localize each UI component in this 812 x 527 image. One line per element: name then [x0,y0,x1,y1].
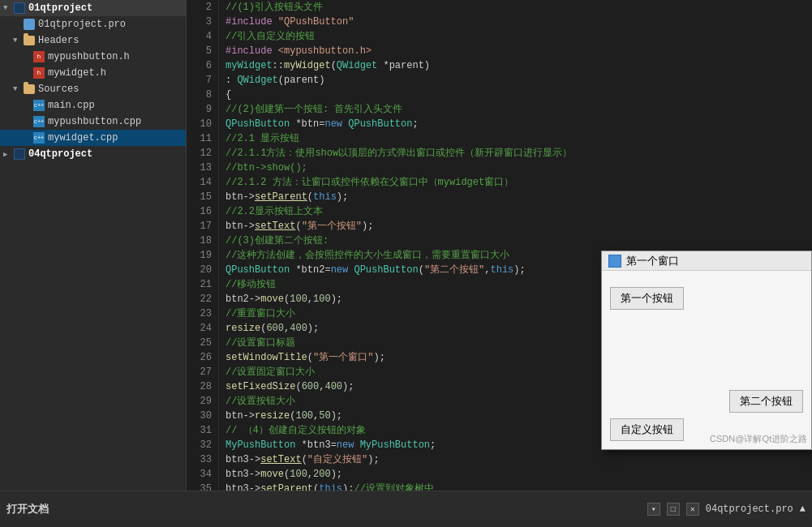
project-label: 01qtproject [28,2,92,14]
code-text: //(3)创建第二个按钮: [226,235,329,246]
sidebar-item-mypushbutton-h[interactable]: ▶ h mypushbutton.h [0,49,186,65]
code-line-13: //btn->show(); [226,161,812,175]
sources-label: Sources [38,84,79,95]
bottom-bar-label: 打开文档 [6,502,641,516]
line-num-33: 33 [193,452,212,467]
code-text: btn-> [226,410,255,422]
line-num-23: 23 [193,306,212,321]
sidebar-item-headers[interactable]: ▼ Headers [0,32,186,49]
headers-label: Headers [38,35,79,46]
line-num-26: 26 [193,350,212,365]
code-text: : [226,75,237,86]
code-text: //2.2显示按钮上文本 [226,206,323,217]
code-text: ); [373,352,385,363]
code-text: ); [342,483,354,491]
bottom-file: 04qtproject.pro [706,503,793,515]
sidebar: ▼ 01qtproject ▶ 01qtproject.pro ▼ Header… [0,0,187,491]
code-line-10: QPushButton *btn=new QPushButton; [226,117,812,131]
code-text: <mypushbutton.h> [278,45,372,57]
sidebar-item-04qtproject[interactable]: ▶ 04qtproject [0,146,186,162]
popup-button-3[interactable]: 自定义按钮 [610,418,684,441]
code-text: //重置窗口大小 [226,308,295,319]
code-text: btn3-> [226,469,260,480]
project-icon [13,2,26,15]
expand-arrow-01qtproject: ▼ [3,4,11,12]
bottom-bar-btn-3[interactable]: ✕ [686,503,699,516]
line-num-5: 5 [193,44,212,58]
code-text: "自定义按钮" [307,454,367,465]
h-icon-2: h [32,66,45,79]
folder-icon-headers [23,34,36,47]
code-text: setText [260,454,301,465]
code-text: "QPushButton" [278,16,354,28]
popup-title: 第一个窗口 [626,254,679,268]
line-num-32: 32 [193,438,212,452]
popup-button-1[interactable]: 第一个按钮 [610,287,684,310]
line-num-25: 25 [193,336,212,350]
code-text: new [337,439,354,451]
code-text: //(1)引入按钮头文件 [226,2,323,13]
sidebar-item-mypushbutton-cpp[interactable]: ▶ c++ mypushbutton.cpp [0,114,186,130]
watermark-text: CSDN@详解Qt进阶之路 [710,433,807,445]
code-text: myWidget [284,60,331,71]
line-num-30: 30 [193,409,212,423]
code-text: ; [430,439,436,451]
pro-icon [23,18,36,31]
sidebar-item-mywidget-cpp[interactable]: ▶ c++ mywidget.cpp [0,130,186,146]
code-text: this [313,191,337,203]
line-num-28: 28 [193,379,212,394]
mywidget-cpp-label: mywidget.cpp [48,132,118,144]
mypushbutton-cpp-label: mypushbutton.cpp [48,116,141,127]
code-text: //(2)创建第一个按钮: 首先引入头文件 [226,104,402,115]
code-text: setText [255,221,295,232]
code-text: //2.1.1方法：使用show以顶层的方式弹出窗口或控件（新开辟窗口进行显示） [226,148,572,159]
code-text: *btn3= [295,439,336,451]
code-text: #include [226,16,278,28]
sidebar-item-pro[interactable]: ▶ 01qtproject.pro [0,16,186,32]
code-text: this [319,483,342,491]
popup-content: 第一个按钮 第二个按钮 CSDN@详解Qt进阶之路 自定义按钮 [602,271,811,449]
bottom-bar-btn-2[interactable]: □ [667,503,680,516]
line-num-10: 10 [193,117,212,131]
popup-button-2[interactable]: 第二个按钮 [729,390,803,413]
code-text: btn-> [226,221,255,232]
sidebar-item-mywidget-h[interactable]: ▶ h mywidget.h [0,65,186,81]
code-text: MyPushButton [226,439,295,451]
line-num-3: 3 [193,15,212,29]
line-num-6: 6 [193,58,212,73]
code-text: MyPushButton [360,439,430,451]
code-text: ( [307,352,313,363]
code-line-17: btn->setText("第一个按钮"); [226,219,812,234]
code-text: //btn->show(); [226,162,307,174]
bottom-bar-btn-1[interactable]: ▾ [647,503,660,516]
code-text: 100 [313,293,331,305]
sidebar-item-sources[interactable]: ▼ Sources [0,81,186,97]
code-text: ( [331,60,337,71]
code-line-2: //(1)引入按钮头文件 [226,0,812,15]
code-text: QPushButton [354,264,418,276]
line-num-15: 15 [193,190,212,204]
sidebar-item-main-cpp[interactable]: ▶ c++ main.cpp [0,97,186,114]
code-text: //设置到对象树中 [354,483,433,491]
code-text: 100 [295,410,313,422]
sidebar-item-01qtproject[interactable]: ▼ 01qtproject [0,0,186,16]
code-text: 100 [290,469,307,480]
code-text [354,439,359,451]
code-line-35: btn3->setParent(this);//设置到对象树中 [226,482,812,491]
code-line-15: btn->setParent(this); [226,190,812,204]
line-num-13: 13 [193,161,212,175]
code-text: , [307,469,313,480]
code-text: resize [255,410,290,422]
mypushbutton-h-label: mypushbutton.h [48,51,130,62]
code-text: ; [412,118,418,130]
code-text: new [324,118,342,130]
code-text: setParent [255,191,307,203]
code-text: btn-> [226,191,255,203]
code-text: { [226,89,231,101]
code-text: // （4）创建自定义按钮的对象 [226,425,366,436]
line-num-2: 2 [193,0,212,15]
code-line-34: btn3->move(100,200); [226,467,812,482]
cpp-icon-3: c++ [32,131,45,144]
code-text: QPushButton [348,118,412,130]
bottom-scroll-arrow[interactable]: ▲ [800,503,806,515]
